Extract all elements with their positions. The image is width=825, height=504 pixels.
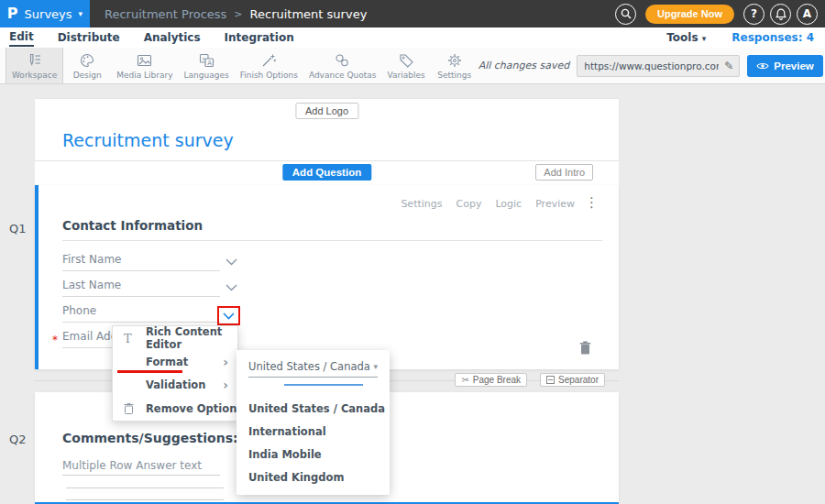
q2-gutter-label: Q2 [9, 433, 27, 446]
last-name-options-chevron-icon[interactable] [226, 284, 237, 291]
first-name-options-chevron-icon[interactable] [226, 258, 237, 266]
topbar-actions: Upgrade Now ? A [615, 4, 825, 25]
question-1-text[interactable]: Contact Information [62, 218, 203, 233]
upgrade-now-button[interactable]: Upgrade Now [645, 5, 734, 24]
add-logo-button[interactable]: Add Logo [295, 103, 358, 119]
toolbar-item-advance-quotas[interactable]: Advance Quotas [303, 48, 382, 83]
required-asterisk: * [52, 334, 58, 346]
survey-url-value[interactable]: https://www.questionpro.com/t/APNrFZ [578, 60, 719, 71]
image-icon [137, 53, 152, 68]
caret-down-icon: ▾ [702, 34, 707, 43]
format-option-us-canada[interactable]: United States / Canada [248, 402, 385, 415]
subnav-tabs: Edit Distribute Analytics Integration [0, 28, 294, 47]
field-row-last-name[interactable]: Last Name [62, 279, 220, 297]
phone-format-submenu: United States / Canada ▾ United States /… [236, 350, 390, 495]
phone-options-chevron-icon[interactable] [223, 312, 235, 320]
survey-header-card: Add Logo Recruitment survey [35, 99, 619, 161]
edit-url-pencil-icon[interactable]: ✎ [719, 60, 739, 72]
gear-icon [447, 53, 462, 68]
caret-down-icon: ▾ [373, 362, 378, 371]
separator-icon [546, 376, 555, 384]
menu-item-rich-content-editor[interactable]: T Rich Content Editor [113, 326, 237, 350]
menu-item-validation[interactable]: Validation › [113, 373, 237, 397]
question-settings-link[interactable]: Settings [401, 198, 442, 210]
tab-integration[interactable]: Integration [225, 29, 294, 46]
questionpro-logo-icon: P [7, 6, 18, 21]
palette-icon [80, 53, 94, 68]
separator-button[interactable]: Separator [540, 373, 605, 387]
q1-gutter-label: Q1 [9, 222, 27, 236]
toolbar-item-languages[interactable]: Ax Languages [179, 48, 235, 83]
annotation-red-underline [117, 370, 182, 373]
toolbar-item-design[interactable]: Design [63, 48, 111, 83]
survey-editor-canvas-area: Q1 Q2 Add Logo Recruitment survey Add Qu… [0, 84, 825, 504]
toolbar-items: Workspace Design Media Library Ax Langua… [0, 48, 478, 83]
delete-question-trash-icon[interactable] [579, 341, 591, 355]
question-divider [62, 240, 602, 241]
autosave-status: All changes saved [478, 60, 570, 71]
top-navbar: P Surveys ▾ Recruitment Process > Recrui… [0, 0, 825, 27]
breadcrumb: Recruitment Process > Recruitment survey [104, 7, 367, 21]
tab-distribute[interactable]: Distribute [58, 29, 120, 46]
toolbar-item-media-library[interactable]: Media Library [111, 48, 178, 83]
format-option-united-kingdom[interactable]: United Kingdom [248, 471, 344, 484]
bell-icon [776, 8, 786, 20]
avatar-initial: A [803, 7, 811, 20]
annotation-red-box [217, 306, 240, 325]
notifications-button[interactable] [770, 4, 791, 25]
add-question-button[interactable]: Add Question [282, 164, 371, 181]
multirow-answer-placeholder[interactable]: Multiple Row Answer text [62, 459, 202, 472]
add-intro-button[interactable]: Add Intro [535, 164, 593, 181]
search-icon [621, 8, 632, 19]
rich-text-icon: T [124, 331, 132, 345]
user-avatar[interactable]: A [797, 4, 818, 25]
magic-wand-icon [261, 53, 277, 68]
focus-indicator-bar [284, 384, 363, 386]
question-2-text[interactable]: Comments/Suggestions: [62, 431, 238, 445]
format-selected-value: United States / Canada [248, 360, 373, 373]
breadcrumb-separator-icon: > [234, 8, 242, 20]
subnav-right: Tools ▾ Responses: 4 [666, 31, 825, 44]
app-logo-surveys-menu[interactable]: P Surveys ▾ [0, 0, 90, 27]
toolbar-item-variables[interactable]: Variables [382, 48, 431, 83]
field-row-phone[interactable]: Phone [62, 304, 220, 323]
survey-title[interactable]: Recruitment survey [62, 130, 234, 150]
submenu-arrow-icon: › [223, 356, 228, 368]
format-select[interactable]: United States / Canada ▾ [248, 360, 378, 378]
tag-icon [399, 53, 414, 68]
question-logic-link[interactable]: Logic [495, 198, 522, 210]
caret-down-icon: ▾ [79, 10, 83, 18]
row-options-context-menu: T Rich Content Editor Format › Validatio… [112, 325, 238, 422]
preview-button[interactable]: Preview [747, 55, 822, 77]
format-option-india-mobile[interactable]: India Mobile [248, 448, 322, 461]
field-row-first-name[interactable]: First Name [62, 253, 220, 271]
add-question-row: Add Question Add Intro [35, 161, 619, 185]
tools-dropdown[interactable]: Tools ▾ [666, 31, 706, 44]
menu-item-remove-option[interactable]: Remove Option [113, 397, 237, 421]
tab-analytics[interactable]: Analytics [144, 29, 201, 46]
answer-line [66, 488, 224, 488]
svg-text:x: x [202, 55, 205, 61]
question-preview-link[interactable]: Preview [535, 198, 575, 210]
product-name: Surveys [25, 7, 72, 21]
survey-url-field[interactable]: https://www.questionpro.com/t/APNrFZ ✎ [577, 55, 740, 77]
eye-icon [756, 61, 769, 71]
tab-edit[interactable]: Edit [9, 28, 34, 47]
trash-icon [124, 402, 134, 414]
format-option-international[interactable]: International [248, 425, 326, 438]
question-copy-link[interactable]: Copy [456, 198, 482, 210]
submenu-arrow-icon: › [223, 378, 228, 391]
toolbar-item-workspace[interactable]: Workspace [6, 48, 63, 83]
help-button[interactable]: ? [743, 4, 764, 25]
breadcrumb-folder[interactable]: Recruitment Process [104, 7, 226, 21]
toolbar-item-settings[interactable]: Settings [431, 48, 478, 83]
responses-link[interactable]: Responses: 4 [732, 31, 814, 44]
question-more-menu-icon[interactable]: ⋮ [585, 194, 599, 211]
scissors-icon: ✂ [461, 375, 468, 385]
page-break-button[interactable]: ✂ Page Break [455, 373, 527, 387]
toolbar-item-finish-options[interactable]: Finish Options [235, 48, 303, 83]
menu-item-format[interactable]: Format › [113, 350, 237, 374]
survey-subnav: Edit Distribute Analytics Integration To… [0, 27, 825, 48]
answer-line [62, 475, 220, 476]
search-button[interactable] [615, 4, 636, 25]
